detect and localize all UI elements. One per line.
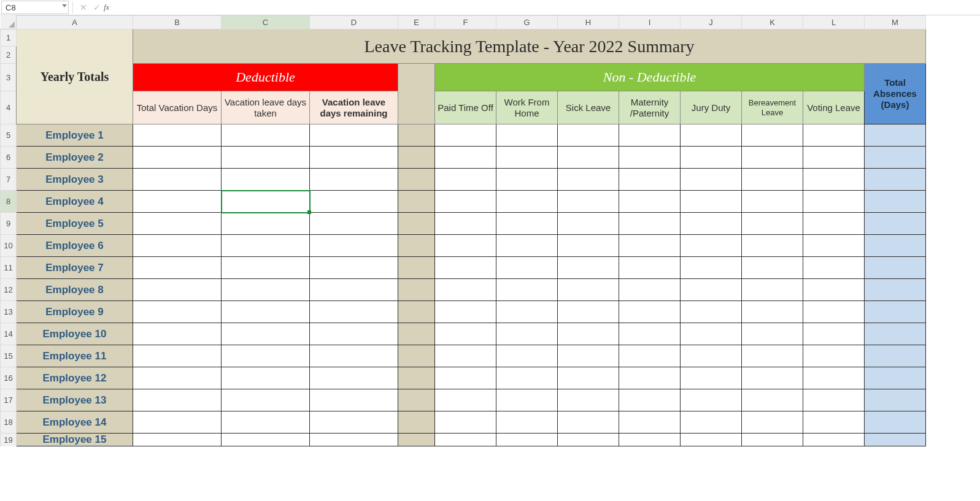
- fx-icon[interactable]: fx: [104, 2, 109, 12]
- data-cell[interactable]: [496, 389, 558, 411]
- data-cell[interactable]: [222, 279, 310, 301]
- data-cell[interactable]: [803, 345, 865, 367]
- gap-cell[interactable]: [398, 257, 435, 279]
- employee-name-cell[interactable]: Employee 6: [17, 235, 133, 257]
- employee-name-cell[interactable]: Employee 9: [17, 301, 133, 323]
- data-cell[interactable]: [803, 411, 865, 434]
- data-cell[interactable]: [222, 323, 310, 345]
- gap-cell[interactable]: [398, 345, 435, 367]
- data-cell[interactable]: [133, 279, 222, 301]
- data-cell[interactable]: [681, 147, 742, 169]
- column-header[interactable]: B: [133, 16, 222, 29]
- total-absences-cell[interactable]: [865, 345, 926, 367]
- row-header[interactable]: 14: [1, 323, 17, 345]
- data-cell[interactable]: [435, 191, 496, 213]
- data-cell[interactable]: [496, 124, 558, 147]
- column-header[interactable]: M: [865, 16, 926, 29]
- data-cell[interactable]: [742, 367, 803, 389]
- data-cell[interactable]: [496, 367, 558, 389]
- data-cell[interactable]: [435, 301, 496, 323]
- total-absences-cell[interactable]: [865, 257, 926, 279]
- row-header[interactable]: 13: [1, 301, 17, 323]
- data-cell[interactable]: [435, 147, 496, 169]
- total-absences-cell[interactable]: [865, 213, 926, 235]
- column-header[interactable]: L: [803, 16, 865, 29]
- data-cell[interactable]: [742, 411, 803, 434]
- row-header[interactable]: 1: [1, 29, 17, 47]
- gap-cell[interactable]: [398, 191, 435, 213]
- data-cell[interactable]: [133, 147, 222, 169]
- data-cell[interactable]: [310, 235, 398, 257]
- data-cell[interactable]: [681, 389, 742, 411]
- gap-cell[interactable]: [398, 323, 435, 345]
- data-cell[interactable]: [133, 434, 222, 446]
- data-cell[interactable]: [133, 411, 222, 434]
- data-cell[interactable]: [310, 279, 398, 301]
- data-cell[interactable]: [133, 389, 222, 411]
- data-cell[interactable]: [435, 124, 496, 147]
- data-cell[interactable]: [222, 169, 310, 191]
- data-cell[interactable]: [619, 345, 681, 367]
- gap-cell[interactable]: [398, 124, 435, 147]
- employee-name-cell[interactable]: Employee 8: [17, 279, 133, 301]
- data-cell[interactable]: [435, 411, 496, 434]
- employee-name-cell[interactable]: Employee 14: [17, 411, 133, 434]
- employee-name-cell[interactable]: Employee 4: [17, 191, 133, 213]
- data-cell[interactable]: [619, 323, 681, 345]
- column-header[interactable]: F: [435, 16, 496, 29]
- data-cell[interactable]: [803, 367, 865, 389]
- data-cell[interactable]: [435, 389, 496, 411]
- data-cell[interactable]: [435, 257, 496, 279]
- data-cell[interactable]: [681, 301, 742, 323]
- data-cell[interactable]: [558, 434, 619, 446]
- data-cell[interactable]: [681, 345, 742, 367]
- data-cell[interactable]: [681, 411, 742, 434]
- row-header[interactable]: 17: [1, 389, 17, 411]
- column-header[interactable]: I: [619, 16, 681, 29]
- data-cell[interactable]: [619, 124, 681, 147]
- data-cell[interactable]: [558, 323, 619, 345]
- data-cell[interactable]: [681, 191, 742, 213]
- data-cell[interactable]: [496, 213, 558, 235]
- data-cell[interactable]: [681, 257, 742, 279]
- data-cell[interactable]: [619, 147, 681, 169]
- name-box[interactable]: C8: [1, 1, 69, 14]
- data-cell[interactable]: [133, 191, 222, 213]
- data-cell[interactable]: [558, 257, 619, 279]
- data-cell[interactable]: [619, 367, 681, 389]
- data-cell[interactable]: [310, 345, 398, 367]
- data-cell[interactable]: [558, 389, 619, 411]
- employee-name-cell[interactable]: Employee 5: [17, 213, 133, 235]
- data-cell[interactable]: [619, 389, 681, 411]
- data-cell[interactable]: [310, 434, 398, 446]
- data-cell[interactable]: [435, 345, 496, 367]
- data-cell[interactable]: [496, 257, 558, 279]
- data-cell[interactable]: [742, 279, 803, 301]
- data-cell[interactable]: [619, 235, 681, 257]
- gap-cell[interactable]: [398, 279, 435, 301]
- gap-cell[interactable]: [398, 235, 435, 257]
- data-cell[interactable]: [496, 191, 558, 213]
- column-header[interactable]: D: [310, 16, 398, 29]
- data-cell[interactable]: [496, 301, 558, 323]
- data-cell[interactable]: [803, 147, 865, 169]
- data-cell[interactable]: [558, 301, 619, 323]
- data-cell[interactable]: [742, 257, 803, 279]
- total-absences-cell[interactable]: [865, 301, 926, 323]
- column-header[interactable]: J: [681, 16, 742, 29]
- gap-cell[interactable]: [398, 411, 435, 434]
- data-cell[interactable]: [558, 345, 619, 367]
- column-header[interactable]: K: [742, 16, 803, 29]
- row-header[interactable]: 3: [1, 64, 17, 91]
- data-cell[interactable]: [803, 323, 865, 345]
- data-cell[interactable]: [803, 301, 865, 323]
- data-cell[interactable]: [558, 411, 619, 434]
- row-header[interactable]: 12: [1, 279, 17, 301]
- data-cell[interactable]: [681, 124, 742, 147]
- row-header[interactable]: 6: [1, 147, 17, 169]
- data-cell[interactable]: [742, 124, 803, 147]
- data-cell[interactable]: [742, 191, 803, 213]
- total-absences-cell[interactable]: [865, 191, 926, 213]
- row-header[interactable]: 8: [1, 191, 17, 213]
- data-cell[interactable]: [496, 169, 558, 191]
